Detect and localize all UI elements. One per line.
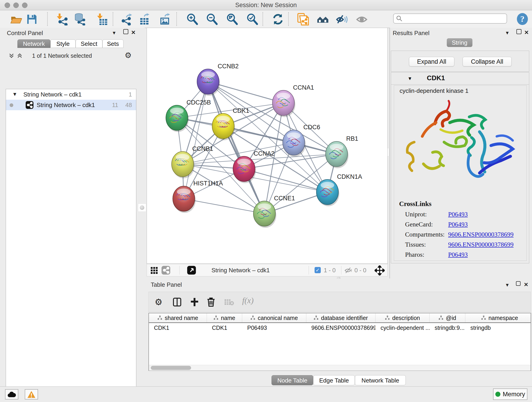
function-builder-icon[interactable]: f(x) [242, 296, 254, 305]
crosslink-link[interactable]: P06493 [448, 221, 468, 228]
delete-column-icon[interactable] [206, 297, 215, 307]
show-all-icon [355, 13, 368, 26]
collapse-panel-icon[interactable]: ▾ [506, 282, 509, 288]
close-panel-icon[interactable]: ✕ [524, 281, 528, 288]
network-node-ccne1[interactable]: CCNE1 [253, 195, 295, 228]
collapse-entry-icon[interactable]: ▾ [409, 75, 411, 82]
table-settings-gear-icon[interactable]: ⚙ [155, 297, 162, 307]
show-all-button[interactable] [355, 13, 368, 26]
export-network-button[interactable] [120, 13, 133, 26]
tab-string[interactable]: String [447, 38, 472, 47]
crosslink-link[interactable]: P06493 [448, 251, 468, 258]
open-in-window-icon[interactable] [187, 266, 196, 274]
expand-all-button[interactable]: Expand All [409, 57, 454, 66]
column-header-name[interactable]: name [207, 313, 242, 322]
create-column-icon[interactable] [190, 298, 199, 307]
refresh-button[interactable] [272, 13, 284, 26]
crosslink-link[interactable]: 9606.ENSP00000378699 [448, 231, 513, 238]
zoom-selected-button[interactable] [246, 13, 259, 26]
close-panel-icon[interactable]: ✕ [131, 29, 136, 36]
column-header-shared-name[interactable]: shared name [149, 313, 207, 322]
hide-selected-button[interactable] [336, 13, 348, 26]
tab-network-table[interactable]: Network Table [355, 375, 406, 385]
cloud-status-button[interactable] [5, 389, 18, 400]
collapse-all-button[interactable]: Collapse All [462, 57, 512, 66]
first-neighbors-button[interactable] [317, 13, 329, 26]
table-cell[interactable]: P06493 [242, 323, 306, 332]
table-cell[interactable]: CDK1 [207, 323, 242, 332]
selected-checkbox-icon[interactable]: ✓ [315, 267, 321, 273]
fit-content-button[interactable] [226, 13, 238, 26]
table-cell[interactable]: stringdb:9... [430, 323, 465, 332]
network-node-cdc6[interactable]: CDC6 [283, 124, 320, 157]
column-header-description[interactable]: description [375, 313, 430, 322]
column-header-database-identifier[interactable]: database identifier [306, 313, 375, 322]
tab-sets[interactable]: Sets [102, 39, 123, 48]
network-node-rb1[interactable]: RB1 [326, 135, 358, 168]
import-network-file-icon [56, 13, 68, 26]
crosslink-link[interactable]: P06493 [448, 211, 468, 218]
network-node-cdkn1a[interactable]: CDKN1A [317, 173, 362, 206]
import-network-file-button[interactable] [56, 13, 68, 26]
tab-edge-table[interactable]: Edge Table [313, 375, 355, 385]
show-columns-icon[interactable] [172, 298, 182, 307]
network-collection-row[interactable]: ▾ String Network – cdk1 1 [6, 89, 136, 100]
column-header--id[interactable]: @id [430, 313, 465, 322]
float-panel-icon[interactable] [123, 29, 128, 34]
import-network-database-button[interactable] [73, 13, 86, 26]
network-row[interactable]: String Network – cdk1 11 48 [6, 100, 136, 110]
column-header-canonical-name[interactable]: canonical name [242, 313, 306, 322]
table-cell[interactable]: CDK1 [149, 323, 207, 332]
warnings-button[interactable] [25, 389, 38, 400]
export-table-button[interactable] [138, 13, 151, 26]
collapse-panel-icon[interactable]: ▾ [506, 30, 509, 36]
hidden-eye-icon[interactable] [344, 267, 352, 274]
tab-network[interactable]: Network [17, 39, 51, 48]
birds-eye-view-icon[interactable] [375, 265, 385, 275]
network-canvas[interactable]: CCNB2CCNA1CDC25BCDK1CDC6RB1CCNB1CCNA2CDK… [147, 28, 388, 264]
tab-select[interactable]: Select [76, 39, 102, 48]
separator [179, 266, 180, 274]
save-session-button[interactable] [26, 13, 38, 26]
collapse-panel-icon[interactable]: ▾ [113, 30, 115, 36]
share-view-icon[interactable] [162, 266, 170, 274]
vertical-splitter-handle[interactable] [138, 204, 146, 212]
table-row[interactable]: CDK1CDK1P064939606.ENSP00000378699cyclin… [149, 323, 531, 332]
export-image-button[interactable] [158, 13, 171, 26]
table-horizontal-scrollbar[interactable] [149, 365, 531, 370]
network-graph: CCNB2CCNA1CDC25BCDK1CDC6RB1CCNB1CCNA2CDK… [147, 28, 387, 264]
delete-table-icon[interactable] [224, 299, 234, 306]
tab-style[interactable]: Style [51, 39, 76, 48]
crosslink-label: Uniprot: [405, 211, 448, 218]
node-label: CCNA1 [293, 84, 314, 91]
crosslink-link[interactable]: 9606.ENSP00000378699 [448, 241, 513, 248]
open-session-button[interactable] [10, 13, 22, 26]
memory-button[interactable]: Memory [493, 389, 527, 400]
node-table: shared namenamecanonical namedatabase id… [148, 313, 531, 371]
zoom-in-button[interactable] [186, 13, 198, 26]
gene-section-header[interactable]: ▾ CDK1 [391, 72, 529, 85]
window-title: Session: New Session [0, 0, 532, 10]
network-options-gear-icon[interactable]: ⚙ [125, 51, 132, 60]
network-node-ccnb1[interactable]: CCNB1 [172, 145, 213, 178]
expand-all-tree-icon[interactable] [17, 52, 23, 59]
import-table-button[interactable] [96, 13, 108, 26]
close-panel-icon[interactable]: ✕ [524, 29, 529, 36]
table-cell[interactable]: 9606.ENSP00000378699 [306, 323, 375, 332]
collapse-all-tree-icon[interactable] [8, 52, 15, 59]
table-cell[interactable]: cyclin-dependent ... [375, 323, 430, 332]
search-input[interactable] [393, 13, 507, 24]
grid-view-icon[interactable] [151, 267, 158, 274]
float-panel-icon[interactable] [516, 281, 520, 286]
float-panel-icon[interactable] [516, 29, 521, 34]
help-button[interactable]: ? [516, 13, 528, 25]
network-node-hist1h1a[interactable]: HIST1H1A [173, 180, 223, 213]
scrollbar-thumb[interactable] [151, 366, 191, 370]
network-from-selection-button[interactable] [297, 13, 309, 26]
column-header-label: description [392, 315, 420, 321]
tab-node-table[interactable]: Node Table [272, 375, 313, 385]
table-cell[interactable]: stringdb [465, 323, 531, 332]
column-header-namespace[interactable]: namespace [465, 313, 531, 322]
node-label: RB1 [346, 135, 358, 142]
zoom-out-button[interactable] [206, 13, 218, 26]
